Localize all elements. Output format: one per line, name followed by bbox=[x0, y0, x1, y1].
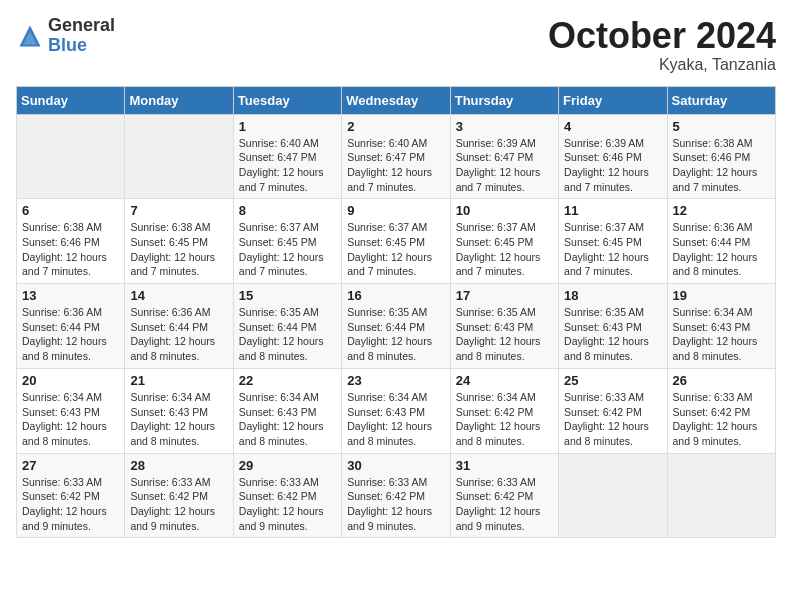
day-info: Sunrise: 6:33 AM Sunset: 6:42 PM Dayligh… bbox=[456, 475, 553, 534]
day-info: Sunrise: 6:35 AM Sunset: 6:44 PM Dayligh… bbox=[347, 305, 444, 364]
day-info: Sunrise: 6:34 AM Sunset: 6:43 PM Dayligh… bbox=[22, 390, 119, 449]
calendar-cell: 18Sunrise: 6:35 AM Sunset: 6:43 PM Dayli… bbox=[559, 284, 667, 369]
day-number: 8 bbox=[239, 203, 336, 218]
day-number: 27 bbox=[22, 458, 119, 473]
day-info: Sunrise: 6:35 AM Sunset: 6:44 PM Dayligh… bbox=[239, 305, 336, 364]
calendar-cell: 2Sunrise: 6:40 AM Sunset: 6:47 PM Daylig… bbox=[342, 114, 450, 199]
day-number: 20 bbox=[22, 373, 119, 388]
day-number: 25 bbox=[564, 373, 661, 388]
day-number: 19 bbox=[673, 288, 770, 303]
day-info: Sunrise: 6:34 AM Sunset: 6:43 PM Dayligh… bbox=[673, 305, 770, 364]
calendar-cell: 13Sunrise: 6:36 AM Sunset: 6:44 PM Dayli… bbox=[17, 284, 125, 369]
day-number: 24 bbox=[456, 373, 553, 388]
weekday-header-friday: Friday bbox=[559, 86, 667, 114]
day-number: 14 bbox=[130, 288, 227, 303]
day-number: 12 bbox=[673, 203, 770, 218]
day-number: 22 bbox=[239, 373, 336, 388]
calendar-cell: 29Sunrise: 6:33 AM Sunset: 6:42 PM Dayli… bbox=[233, 453, 341, 538]
calendar-cell: 28Sunrise: 6:33 AM Sunset: 6:42 PM Dayli… bbox=[125, 453, 233, 538]
day-info: Sunrise: 6:38 AM Sunset: 6:46 PM Dayligh… bbox=[673, 136, 770, 195]
day-number: 31 bbox=[456, 458, 553, 473]
calendar-cell: 16Sunrise: 6:35 AM Sunset: 6:44 PM Dayli… bbox=[342, 284, 450, 369]
calendar-cell: 1Sunrise: 6:40 AM Sunset: 6:47 PM Daylig… bbox=[233, 114, 341, 199]
day-number: 21 bbox=[130, 373, 227, 388]
calendar-cell: 19Sunrise: 6:34 AM Sunset: 6:43 PM Dayli… bbox=[667, 284, 775, 369]
calendar-body: 1Sunrise: 6:40 AM Sunset: 6:47 PM Daylig… bbox=[17, 114, 776, 538]
calendar-cell: 4Sunrise: 6:39 AM Sunset: 6:46 PM Daylig… bbox=[559, 114, 667, 199]
weekday-header-wednesday: Wednesday bbox=[342, 86, 450, 114]
day-number: 28 bbox=[130, 458, 227, 473]
day-number: 29 bbox=[239, 458, 336, 473]
calendar-cell: 21Sunrise: 6:34 AM Sunset: 6:43 PM Dayli… bbox=[125, 368, 233, 453]
day-number: 6 bbox=[22, 203, 119, 218]
logo-text: General Blue bbox=[48, 16, 115, 56]
day-number: 30 bbox=[347, 458, 444, 473]
day-info: Sunrise: 6:37 AM Sunset: 6:45 PM Dayligh… bbox=[456, 220, 553, 279]
day-info: Sunrise: 6:39 AM Sunset: 6:46 PM Dayligh… bbox=[564, 136, 661, 195]
day-info: Sunrise: 6:38 AM Sunset: 6:45 PM Dayligh… bbox=[130, 220, 227, 279]
calendar-cell: 22Sunrise: 6:34 AM Sunset: 6:43 PM Dayli… bbox=[233, 368, 341, 453]
day-number: 26 bbox=[673, 373, 770, 388]
logo: General Blue bbox=[16, 16, 115, 56]
calendar-cell: 8Sunrise: 6:37 AM Sunset: 6:45 PM Daylig… bbox=[233, 199, 341, 284]
day-number: 13 bbox=[22, 288, 119, 303]
day-number: 5 bbox=[673, 119, 770, 134]
day-info: Sunrise: 6:33 AM Sunset: 6:42 PM Dayligh… bbox=[239, 475, 336, 534]
day-number: 4 bbox=[564, 119, 661, 134]
calendar-cell: 27Sunrise: 6:33 AM Sunset: 6:42 PM Dayli… bbox=[17, 453, 125, 538]
calendar-cell: 12Sunrise: 6:36 AM Sunset: 6:44 PM Dayli… bbox=[667, 199, 775, 284]
day-number: 15 bbox=[239, 288, 336, 303]
day-info: Sunrise: 6:33 AM Sunset: 6:42 PM Dayligh… bbox=[22, 475, 119, 534]
calendar-header: SundayMondayTuesdayWednesdayThursdayFrid… bbox=[17, 86, 776, 114]
day-info: Sunrise: 6:40 AM Sunset: 6:47 PM Dayligh… bbox=[347, 136, 444, 195]
calendar-week-row: 27Sunrise: 6:33 AM Sunset: 6:42 PM Dayli… bbox=[17, 453, 776, 538]
calendar-cell: 11Sunrise: 6:37 AM Sunset: 6:45 PM Dayli… bbox=[559, 199, 667, 284]
logo-icon bbox=[16, 22, 44, 50]
day-info: Sunrise: 6:33 AM Sunset: 6:42 PM Dayligh… bbox=[130, 475, 227, 534]
day-number: 9 bbox=[347, 203, 444, 218]
day-info: Sunrise: 6:36 AM Sunset: 6:44 PM Dayligh… bbox=[22, 305, 119, 364]
location-title: Kyaka, Tanzania bbox=[548, 56, 776, 74]
day-number: 23 bbox=[347, 373, 444, 388]
day-info: Sunrise: 6:37 AM Sunset: 6:45 PM Dayligh… bbox=[239, 220, 336, 279]
month-title: October 2024 bbox=[548, 16, 776, 56]
calendar-week-row: 1Sunrise: 6:40 AM Sunset: 6:47 PM Daylig… bbox=[17, 114, 776, 199]
day-info: Sunrise: 6:35 AM Sunset: 6:43 PM Dayligh… bbox=[456, 305, 553, 364]
day-number: 7 bbox=[130, 203, 227, 218]
day-info: Sunrise: 6:36 AM Sunset: 6:44 PM Dayligh… bbox=[673, 220, 770, 279]
calendar-cell bbox=[125, 114, 233, 199]
title-block: October 2024 Kyaka, Tanzania bbox=[548, 16, 776, 74]
day-info: Sunrise: 6:34 AM Sunset: 6:43 PM Dayligh… bbox=[347, 390, 444, 449]
calendar-week-row: 20Sunrise: 6:34 AM Sunset: 6:43 PM Dayli… bbox=[17, 368, 776, 453]
day-info: Sunrise: 6:33 AM Sunset: 6:42 PM Dayligh… bbox=[564, 390, 661, 449]
calendar-table: SundayMondayTuesdayWednesdayThursdayFrid… bbox=[16, 86, 776, 539]
day-info: Sunrise: 6:39 AM Sunset: 6:47 PM Dayligh… bbox=[456, 136, 553, 195]
calendar-cell: 25Sunrise: 6:33 AM Sunset: 6:42 PM Dayli… bbox=[559, 368, 667, 453]
day-info: Sunrise: 6:33 AM Sunset: 6:42 PM Dayligh… bbox=[673, 390, 770, 449]
page-header: General Blue October 2024 Kyaka, Tanzani… bbox=[16, 16, 776, 74]
day-info: Sunrise: 6:37 AM Sunset: 6:45 PM Dayligh… bbox=[347, 220, 444, 279]
calendar-cell: 7Sunrise: 6:38 AM Sunset: 6:45 PM Daylig… bbox=[125, 199, 233, 284]
day-info: Sunrise: 6:38 AM Sunset: 6:46 PM Dayligh… bbox=[22, 220, 119, 279]
weekday-header-sunday: Sunday bbox=[17, 86, 125, 114]
logo-general-text: General bbox=[48, 16, 115, 36]
day-number: 1 bbox=[239, 119, 336, 134]
day-info: Sunrise: 6:40 AM Sunset: 6:47 PM Dayligh… bbox=[239, 136, 336, 195]
calendar-cell bbox=[559, 453, 667, 538]
day-info: Sunrise: 6:36 AM Sunset: 6:44 PM Dayligh… bbox=[130, 305, 227, 364]
weekday-header-monday: Monday bbox=[125, 86, 233, 114]
calendar-week-row: 6Sunrise: 6:38 AM Sunset: 6:46 PM Daylig… bbox=[17, 199, 776, 284]
day-number: 3 bbox=[456, 119, 553, 134]
day-number: 10 bbox=[456, 203, 553, 218]
calendar-cell: 3Sunrise: 6:39 AM Sunset: 6:47 PM Daylig… bbox=[450, 114, 558, 199]
calendar-cell: 9Sunrise: 6:37 AM Sunset: 6:45 PM Daylig… bbox=[342, 199, 450, 284]
day-info: Sunrise: 6:34 AM Sunset: 6:42 PM Dayligh… bbox=[456, 390, 553, 449]
calendar-cell: 30Sunrise: 6:33 AM Sunset: 6:42 PM Dayli… bbox=[342, 453, 450, 538]
day-info: Sunrise: 6:34 AM Sunset: 6:43 PM Dayligh… bbox=[239, 390, 336, 449]
calendar-week-row: 13Sunrise: 6:36 AM Sunset: 6:44 PM Dayli… bbox=[17, 284, 776, 369]
calendar-cell: 15Sunrise: 6:35 AM Sunset: 6:44 PM Dayli… bbox=[233, 284, 341, 369]
day-number: 11 bbox=[564, 203, 661, 218]
day-info: Sunrise: 6:35 AM Sunset: 6:43 PM Dayligh… bbox=[564, 305, 661, 364]
calendar-cell: 31Sunrise: 6:33 AM Sunset: 6:42 PM Dayli… bbox=[450, 453, 558, 538]
day-info: Sunrise: 6:34 AM Sunset: 6:43 PM Dayligh… bbox=[130, 390, 227, 449]
